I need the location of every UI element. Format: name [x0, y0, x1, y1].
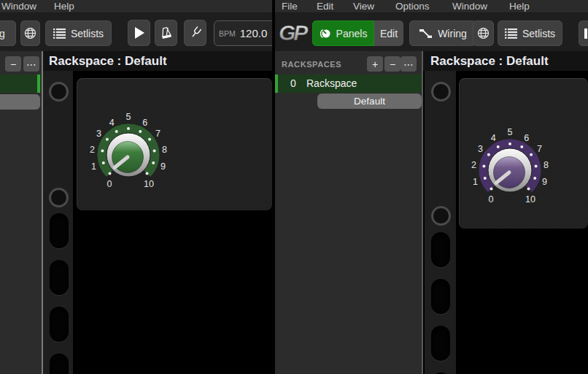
- setlists-button[interactable]: Setlists: [45, 20, 112, 46]
- right-rack-view: Rackspace : Default: [423, 51, 588, 374]
- right-toolbar: GP Panels Edit: [275, 13, 588, 51]
- setlists-button-label: Setlists: [522, 28, 555, 39]
- rail-slot: [431, 279, 450, 314]
- metronome-button[interactable]: [155, 20, 177, 46]
- svg-text:6: 6: [524, 133, 529, 143]
- right-menubar: File Edit View Options Window Help: [275, 0, 588, 13]
- svg-text:3: 3: [478, 144, 483, 154]
- edit-button-label: Edit: [380, 28, 398, 39]
- selected-rackspace-row[interactable]: [0, 75, 42, 93]
- svg-text:2: 2: [90, 145, 95, 155]
- rail-screw-hole: [49, 82, 69, 102]
- selected-rackspace-row[interactable]: 0 Rackspace: [275, 75, 423, 93]
- svg-text:10: 10: [525, 194, 535, 205]
- menu-window[interactable]: Window: [1, 0, 36, 13]
- menu-help[interactable]: Help: [54, 0, 74, 13]
- gig-performer-logo: GP: [278, 18, 310, 50]
- add-rackspace-button[interactable]: +: [367, 56, 383, 72]
- menu-help[interactable]: Help: [509, 0, 530, 13]
- rackspace-index: 0: [290, 75, 296, 93]
- partial-icon: [584, 28, 587, 39]
- svg-text:6: 6: [142, 118, 147, 128]
- setlists-button[interactable]: Setlists: [498, 20, 562, 46]
- bpm-value: 120.0: [240, 27, 268, 39]
- selection-stripe: [275, 75, 278, 93]
- rail-slot: [50, 354, 69, 374]
- svg-text:10: 10: [144, 179, 154, 189]
- left-window: Window Help g: [0, 0, 272, 374]
- rail-screw-hole: [431, 206, 451, 226]
- rail-slot: [50, 213, 69, 248]
- setlists-icon: [53, 28, 66, 39]
- play-icon: [134, 27, 144, 39]
- wiring-button-partial-label: g: [0, 28, 5, 39]
- rackspace-more-button[interactable]: ⋯: [23, 56, 39, 72]
- svg-text:7: 7: [537, 144, 542, 154]
- rail-slot: [50, 307, 69, 342]
- svg-text:5: 5: [126, 112, 131, 122]
- svg-text:8: 8: [543, 160, 549, 170]
- toolbar-button-partial[interactable]: [579, 20, 588, 46]
- rail-slot: [431, 232, 450, 267]
- variation-name: Default: [354, 96, 385, 107]
- menu-view[interactable]: View: [353, 0, 374, 13]
- selection-stripe: [37, 75, 40, 93]
- menu-edit[interactable]: Edit: [317, 0, 333, 13]
- rackspace-more-button[interactable]: ⋯: [401, 56, 417, 72]
- wiring-button-label: Wiring: [438, 28, 467, 39]
- variation-row[interactable]: Default: [317, 94, 422, 109]
- metronome-icon: [160, 26, 173, 39]
- svg-text:GP: GP: [279, 20, 309, 45]
- rackspace-title: Rackspace : Default: [423, 51, 588, 71]
- rail-slot: [431, 326, 450, 361]
- svg-text:3: 3: [96, 129, 101, 139]
- svg-text:8: 8: [162, 145, 167, 155]
- wiring-button[interactable]: Wiring: [409, 20, 476, 46]
- svg-text:9: 9: [542, 177, 547, 187]
- left-toolbar: g Setl: [0, 13, 272, 51]
- purple-knob-widget[interactable]: 01 23 45 67 89 10: [459, 119, 561, 221]
- rail-slot: [50, 260, 69, 295]
- right-window: File Edit View Options Window Help GP: [275, 0, 588, 374]
- left-rack-view: Rackspace : Default: [43, 51, 272, 374]
- gig-performer-desktop: Window Help g: [0, 0, 588, 374]
- edit-button[interactable]: Edit: [374, 20, 403, 46]
- bpm-label: BPM: [219, 29, 236, 38]
- green-knob-widget[interactable]: 01 23 45 67 89 10: [77, 104, 179, 206]
- tuner-globe-button[interactable]: [473, 20, 494, 46]
- bpm-field[interactable]: BPM 120.0 S: [214, 20, 272, 46]
- svg-text:7: 7: [155, 129, 160, 139]
- svg-text:2: 2: [471, 160, 476, 170]
- svg-text:5: 5: [508, 127, 513, 137]
- rackspace-title: Rackspace : Default: [43, 51, 272, 71]
- panels-button[interactable]: Panels: [312, 20, 374, 46]
- rackspaces-panel: RACKSPACES + − ⋯ 0 Rackspace Default: [275, 51, 423, 374]
- setlists-icon: [505, 28, 517, 39]
- menu-options[interactable]: Options: [395, 0, 430, 13]
- svg-text:9: 9: [160, 161, 166, 172]
- play-button[interactable]: [128, 20, 150, 46]
- left-rackspaces-panel: − ⋯: [0, 51, 42, 374]
- tuning-fork-button[interactable]: [184, 20, 206, 46]
- svg-text:0: 0: [489, 194, 494, 205]
- rackspaces-header: RACKSPACES: [282, 60, 341, 69]
- svg-text:4: 4: [109, 118, 115, 128]
- rail-screw-hole: [49, 188, 69, 207]
- panels-knob-icon: [320, 28, 331, 39]
- rail-screw-hole: [431, 82, 451, 102]
- remove-rackspace-button[interactable]: −: [384, 56, 401, 72]
- globe-icon: [477, 27, 490, 39]
- svg-text:1: 1: [91, 161, 96, 172]
- wiring-icon: [419, 28, 433, 39]
- menu-file[interactable]: File: [282, 0, 298, 13]
- tuning-fork-icon: [189, 26, 202, 39]
- svg-text:4: 4: [491, 133, 496, 143]
- variation-row[interactable]: [0, 94, 40, 110]
- remove-rackspace-button[interactable]: −: [5, 56, 21, 72]
- menu-window[interactable]: Window: [452, 0, 487, 13]
- tuner-globe-button[interactable]: [20, 20, 40, 46]
- svg-text:1: 1: [473, 177, 478, 187]
- wiring-button-partial[interactable]: g: [0, 20, 16, 46]
- globe-icon: [24, 27, 36, 39]
- left-menubar: Window Help: [0, 0, 272, 13]
